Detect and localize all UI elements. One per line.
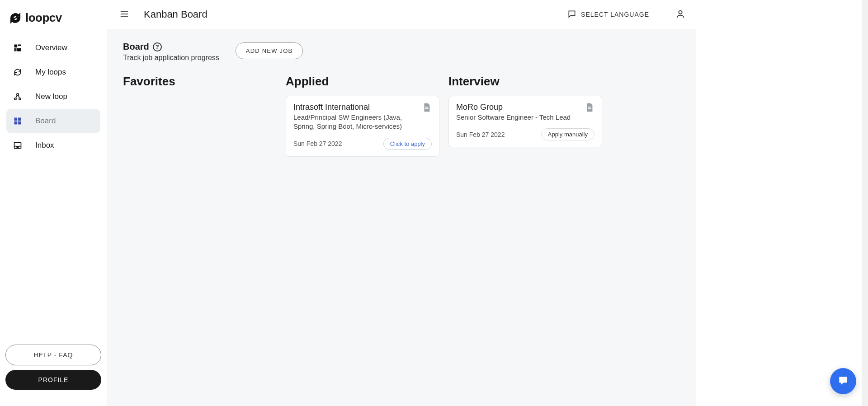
- sidebar-item-overview[interactable]: Overview: [6, 36, 100, 60]
- column-title: Applied: [286, 75, 439, 89]
- scrollbar-track[interactable]: [862, 0, 868, 406]
- column-title: Favorites: [123, 75, 277, 89]
- language-label: SELECT LANGUAGE: [581, 11, 649, 18]
- svg-point-4: [14, 98, 16, 100]
- topbar: Kanban Board SELECT LANGUAGE: [107, 0, 696, 29]
- svg-point-6: [17, 93, 19, 95]
- hamburger-icon: [119, 14, 129, 20]
- page-title: Kanban Board: [144, 9, 555, 20]
- kanban-columns: Favorites Applied Intrasoft Internationa…: [123, 75, 680, 163]
- board-title: Board: [123, 42, 149, 52]
- sidebar-item-label: Overview: [35, 43, 67, 52]
- chat-bubble-icon: [567, 9, 576, 20]
- column-interview: Interview MoRo Group Senior Software Eng…: [448, 75, 602, 163]
- card-role: Lead/Principal SW Engineers (Java, Sprin…: [293, 113, 417, 131]
- sidebar-item-label: Board: [35, 117, 56, 126]
- brand-text: loopcv: [25, 11, 62, 25]
- sidebar-item-label: New loop: [35, 92, 67, 101]
- loop-icon: [13, 67, 23, 77]
- click-to-apply-button[interactable]: Click to apply: [383, 138, 432, 150]
- brand-logo[interactable]: loopcv: [0, 7, 107, 36]
- grid-icon: [13, 116, 23, 126]
- sidebar-nav: Overview My loops New loop Board: [0, 36, 107, 345]
- svg-rect-1: [18, 45, 21, 46]
- svg-rect-9: [14, 121, 18, 125]
- profile-button[interactable]: PROFILE: [5, 370, 101, 390]
- card-company: Intrasoft International: [293, 103, 417, 112]
- menu-toggle-button[interactable]: [118, 7, 131, 22]
- svg-rect-7: [14, 118, 18, 121]
- svg-rect-3: [17, 48, 21, 51]
- column-favorites: Favorites: [123, 75, 277, 163]
- content: Board ? Track job application progress A…: [107, 29, 696, 406]
- svg-rect-2: [14, 48, 16, 51]
- apply-manually-button[interactable]: Apply manually: [541, 128, 594, 140]
- chat-icon: [837, 375, 849, 388]
- main: Kanban Board SELECT LANGUAGE Board ?: [107, 0, 696, 406]
- sidebar-item-label: Inbox: [35, 141, 54, 150]
- board-header: Board ? Track job application progress A…: [123, 42, 680, 62]
- card-date: Sun Feb 27 2022: [293, 140, 342, 147]
- column-applied: Applied Intrasoft International Lead/Pri…: [286, 75, 439, 163]
- refresh-icon: [9, 12, 22, 24]
- dashboard-icon: [13, 43, 23, 53]
- language-select[interactable]: SELECT LANGUAGE: [567, 9, 649, 20]
- document-icon[interactable]: [422, 103, 432, 114]
- sidebar-item-newloop[interactable]: New loop: [6, 84, 100, 109]
- svg-rect-10: [18, 121, 21, 125]
- chat-fab[interactable]: [830, 368, 856, 394]
- sidebar-item-inbox[interactable]: Inbox: [6, 133, 100, 158]
- help-icon[interactable]: ?: [153, 42, 162, 51]
- user-menu-button[interactable]: [675, 9, 685, 20]
- share-nodes-icon: [13, 92, 23, 102]
- card-role: Senior Software Engineer - Tech Lead: [456, 113, 571, 122]
- card-company: MoRo Group: [456, 103, 571, 112]
- help-faq-button[interactable]: HELP - FAQ: [5, 345, 101, 365]
- svg-point-12: [679, 10, 682, 14]
- svg-point-5: [19, 98, 21, 100]
- svg-rect-0: [14, 45, 18, 48]
- inbox-icon: [13, 140, 23, 150]
- column-title: Interview: [448, 75, 602, 89]
- board-subtitle: Track job application progress: [123, 54, 219, 62]
- job-card[interactable]: Intrasoft International Lead/Principal S…: [286, 96, 439, 157]
- job-card[interactable]: MoRo Group Senior Software Engineer - Te…: [448, 96, 602, 147]
- sidebar-item-board[interactable]: Board: [6, 109, 100, 133]
- document-icon[interactable]: [585, 103, 594, 114]
- sidebar: loopcv Overview My loops New loop: [0, 0, 107, 406]
- sidebar-item-label: My loops: [35, 68, 66, 77]
- add-new-job-button[interactable]: ADD NEW JOB: [236, 42, 303, 59]
- svg-rect-8: [18, 118, 21, 121]
- sidebar-footer: HELP - FAQ PROFILE: [0, 345, 107, 399]
- user-icon: [675, 14, 685, 20]
- card-date: Sun Feb 27 2022: [456, 131, 505, 138]
- sidebar-item-myloops[interactable]: My loops: [6, 60, 100, 84]
